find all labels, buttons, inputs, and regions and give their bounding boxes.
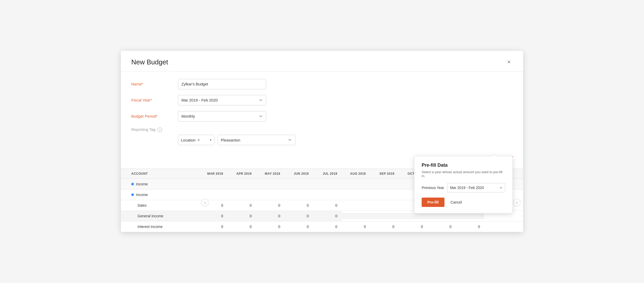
new-budget-modal: New Budget × Name* Fiscal Year* Mar 2019… [121,51,523,232]
form-section: Name* Fiscal Year* Mar 2019 - Feb 2020 B… [121,72,523,156]
prefill-popup-actions: Pre-fill Cancel [422,198,505,207]
reporting-tag-label: Reporting Tag i [131,127,178,132]
value-cell[interactable]: 0 [256,200,284,211]
value-cell[interactable]: 0 [227,200,256,211]
pleasanton-select[interactable]: Pleasanton [217,135,295,145]
value-cell[interactable]: 0 [313,200,341,211]
name-row: Name* [131,79,513,89]
value-cell[interactable]: 0 [370,221,399,232]
value-cell[interactable]: 0 [227,211,256,221]
prefill-popup-description: Select a year whose actual amount you wa… [422,170,505,178]
scroll-right-button[interactable]: › [513,199,520,206]
value-cell[interactable]: 0 [313,211,341,221]
prefill-popup: Pre-fill Data Select a year whose actual… [414,156,513,213]
info-icon: i [157,127,162,132]
value-cell[interactable]: 0 [199,211,227,221]
account-cell: Sales [121,200,199,211]
popup-arrow [492,154,497,156]
name-label: Name* [131,82,178,86]
fiscal-year-select[interactable]: Mar 2019 - Feb 2020 [178,95,266,105]
value-cell[interactable]: 0 [399,221,427,232]
value-cell[interactable]: 0 [284,211,313,221]
col-header-jul2019: JUL 2019 [313,169,341,179]
prefill-popup-year-row: Previous Year Mar 2019 - Feb 2020 [422,183,505,192]
location-tag[interactable]: Location ✕ ▾ [178,135,214,145]
close-button[interactable]: × [505,58,513,66]
account-cell: General Income [121,211,199,221]
location-row: Location ✕ ▾ Pleasanton [131,135,513,145]
prefill-popup-title: Pre-fill Data [422,163,505,168]
value-cell[interactable]: 0 [227,221,256,232]
value-cell[interactable] [341,202,370,208]
value-cell[interactable]: 0 [313,221,341,232]
value-cell[interactable]: 0 [284,221,313,232]
income-dot [131,183,134,185]
account-cell: Income [121,190,199,200]
value-cell[interactable]: 0 [256,211,284,221]
account-cell: Interest Income [121,221,199,232]
value-cell[interactable] [370,213,399,219]
value-cell[interactable]: 0 [341,221,370,232]
value-cell[interactable] [341,213,370,219]
col-header-sep2019: SEP 2019 [370,169,399,179]
value-cell[interactable]: 0 [456,221,484,232]
previous-year-select[interactable]: Mar 2019 - Feb 2020 [447,183,505,192]
name-input[interactable] [178,79,266,89]
budget-period-select[interactable]: Monthly [178,111,266,122]
value-cell[interactable]: 0 [284,200,313,211]
col-header-account: ACCOUNT [121,169,199,179]
fiscal-year-row: Fiscal Year* Mar 2019 - Feb 2020 [131,95,513,105]
prefill-cancel-button[interactable]: Cancel [448,198,465,206]
account-cell: Income [121,179,199,189]
col-header-apr2019: APR 2019 [227,169,256,179]
modal-title: New Budget [131,58,168,66]
location-tag-label: Location [181,138,196,142]
reporting-tag-row: Reporting Tag i [131,127,513,132]
prefill-submit-button[interactable]: Pre-fill [422,198,444,207]
location-remove-btn[interactable]: ✕ [197,138,200,142]
table-row: Interest Income 0 0 0 0 0 0 0 0 0 0 [121,221,523,232]
location-chevron-icon: ▾ [210,138,211,142]
income-label: Income [136,182,148,186]
previous-year-label: Previous Year [422,186,444,190]
value-cell[interactable] [370,202,399,208]
fiscal-year-label: Fiscal Year* [131,98,178,102]
col-header-may2019: MAY 2019 [256,169,284,179]
value-cell[interactable]: 0 [427,221,456,232]
col-header-jun2019: JUN 2019 [284,169,313,179]
modal-header: New Budget × [121,51,523,72]
income-sub-label: Income [136,193,148,197]
budget-period-label: Budget Period* [131,114,178,118]
value-cell[interactable]: 0 [256,221,284,232]
value-cell[interactable] [427,213,456,219]
value-cell[interactable]: 0 [199,221,227,232]
value-cell[interactable] [456,213,484,219]
col-header-aug2019: AUG 2019 [341,169,370,179]
col-header-mar2019: MAR 2019 [199,169,227,179]
value-cell[interactable] [399,213,427,219]
budget-period-row: Budget Period* Monthly [131,111,513,122]
prefill-bar: ✨ Pre-fill from Previous Years' Actuals … [121,156,523,169]
income-sub-dot [131,193,134,196]
scroll-left-button[interactable]: ‹ [201,199,209,206]
